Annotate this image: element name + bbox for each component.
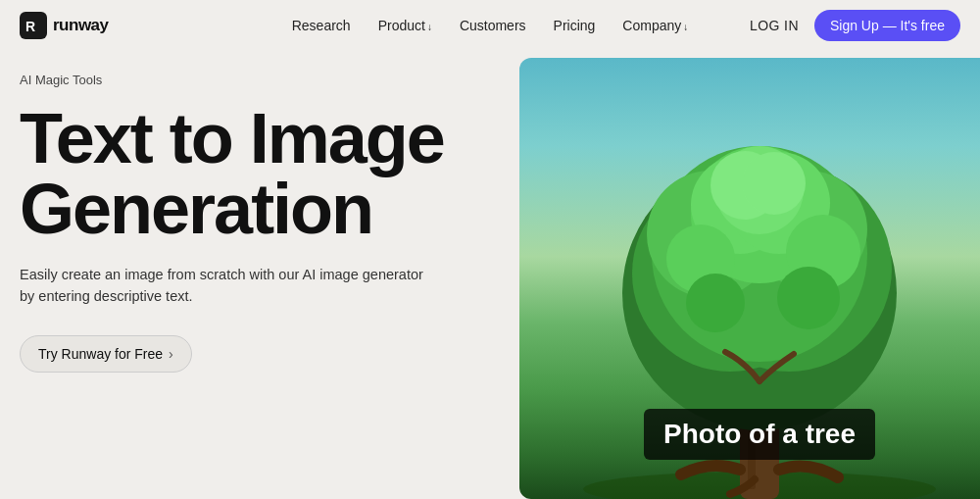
chevron-down-icon: ↓ — [427, 22, 432, 32]
nav-link-product[interactable]: Product↓ — [378, 18, 432, 33]
nav-link-customers[interactable]: Customers — [460, 18, 526, 33]
svg-point-19 — [686, 274, 745, 332]
nav-link-research[interactable]: Research — [292, 18, 351, 33]
hero-image: Photo of a tree — [519, 58, 980, 499]
nav-item-product[interactable]: Product↓ — [378, 17, 432, 34]
brand-name: runway — [53, 16, 109, 35]
main-content: AI Magic Tools Text to Image Generation … — [0, 63, 980, 499]
try-runway-label: Try Runway for Free — [38, 346, 163, 362]
signup-button[interactable]: Sign Up — It's free — [814, 10, 960, 41]
hero-title-line2: Generation — [20, 170, 372, 248]
login-button[interactable]: LOG IN — [750, 18, 799, 33]
hero-right: Photo of a tree — [519, 58, 980, 499]
svg-text:R: R — [25, 19, 35, 34]
image-caption: Photo of a tree — [644, 409, 875, 460]
nav-link-pricing[interactable]: Pricing — [554, 18, 596, 33]
nav-link-company[interactable]: Company↓ — [622, 18, 688, 33]
nav-item-pricing[interactable]: Pricing — [554, 17, 596, 34]
navbar: R runway Research Product↓ Customers Pri… — [0, 0, 980, 51]
hero-left: AI Magic Tools Text to Image Generation … — [20, 63, 490, 499]
breadcrumb: AI Magic Tools — [20, 73, 490, 87]
nav-item-customers[interactable]: Customers — [460, 17, 526, 34]
hero-title: Text to Image Generation — [20, 103, 490, 244]
nav-actions: LOG IN Sign Up — It's free — [750, 10, 960, 41]
try-runway-button[interactable]: Try Runway for Free › — [20, 335, 192, 373]
nav-item-company[interactable]: Company↓ — [622, 17, 688, 34]
runway-logo-icon: R — [20, 12, 47, 39]
hero-description: Easily create an image from scratch with… — [20, 264, 441, 308]
nav-links: Research Product↓ Customers Pricing Comp… — [292, 17, 689, 34]
arrow-right-icon: › — [169, 346, 173, 362]
svg-point-16 — [743, 152, 806, 215]
chevron-down-icon-2: ↓ — [683, 22, 688, 32]
hero-title-line1: Text to Image — [20, 99, 444, 177]
nav-item-research[interactable]: Research — [292, 17, 351, 34]
logo[interactable]: R runway — [20, 12, 109, 39]
svg-point-20 — [777, 267, 840, 329]
